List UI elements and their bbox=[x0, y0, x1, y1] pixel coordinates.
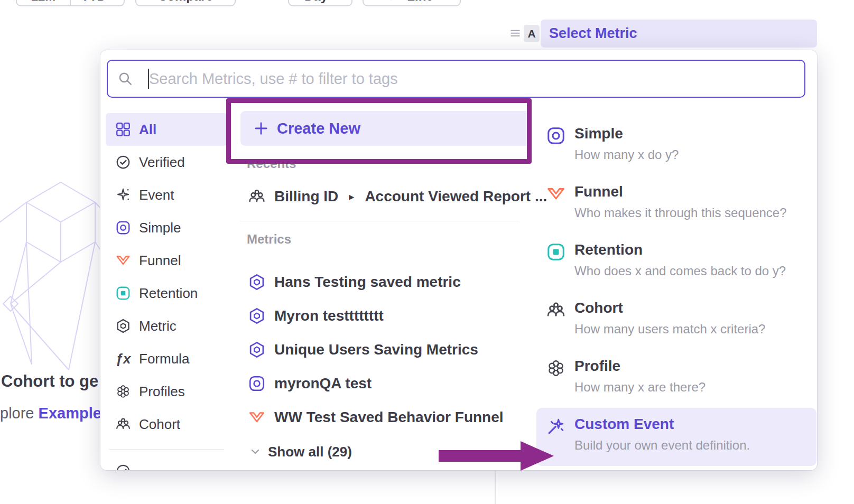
cohort-people-icon bbox=[248, 188, 266, 206]
sidebar-item-label: Metric bbox=[139, 318, 177, 334]
metric-types-column: Simple How many x do y? Funnel Who makes… bbox=[536, 117, 816, 466]
app-root: 12M YTD ▾ Compare Day ▾ Line A Select Me… bbox=[0, 0, 854, 504]
metric-row-badge: A bbox=[524, 25, 540, 42]
panel-divider bbox=[495, 470, 496, 504]
compare-button[interactable]: Compare bbox=[135, 0, 236, 6]
range-12m-button[interactable]: 12M bbox=[17, 0, 70, 5]
profiles-flower-icon bbox=[546, 358, 566, 378]
sidebar-item-all[interactable]: All bbox=[106, 113, 227, 146]
metric-type-simple[interactable]: Simple How many x do y? bbox=[536, 117, 816, 175]
sidebar-item-event[interactable]: Event bbox=[106, 179, 227, 211]
chevron-down-icon bbox=[249, 445, 262, 458]
results-column: Create New Recents Billing ID ▸ Account … bbox=[240, 111, 531, 460]
metric-type-retention[interactable]: Retention Who does x and comes back to d… bbox=[536, 234, 816, 292]
saved-metric-label: Myron testttttttt bbox=[274, 307, 384, 324]
line-chart-icon bbox=[390, 0, 403, 3]
formula-icon: ƒx bbox=[115, 351, 131, 367]
metric-type-name: Custom Event bbox=[574, 414, 750, 434]
saved-metric-item[interactable]: Hans Testing saved metric bbox=[240, 265, 531, 299]
select-metric-button[interactable]: Select Metric bbox=[541, 20, 817, 48]
simple-metric-icon bbox=[115, 220, 131, 236]
text-cursor bbox=[148, 69, 149, 89]
section-divider bbox=[240, 221, 519, 221]
show-all-button[interactable]: Show all (29) bbox=[240, 444, 531, 460]
cohort-people-icon bbox=[115, 416, 131, 432]
sidebar-item-funnel[interactable]: Funnel bbox=[106, 244, 227, 277]
sidebar-item-label: Formula bbox=[139, 351, 189, 367]
saved-metric-item[interactable]: myronQA test bbox=[240, 367, 531, 400]
range-12m-label: 12M bbox=[31, 0, 56, 4]
search-icon bbox=[117, 71, 133, 87]
drag-handle-icon[interactable] bbox=[509, 26, 522, 39]
breadcrumb-arrow-icon: ▸ bbox=[349, 190, 354, 203]
sidebar-item-label: Verified bbox=[139, 154, 185, 171]
range-ytd-button[interactable]: YTD ▾ bbox=[70, 0, 124, 5]
metrics-heading: Metrics bbox=[240, 232, 531, 248]
sidebar-item-retention[interactable]: Retention bbox=[106, 277, 227, 310]
sidebar-item-label: Funnel bbox=[139, 253, 181, 269]
sidebar-item-label: All bbox=[139, 122, 156, 138]
sidebar-item-cohort[interactable]: Cohort bbox=[106, 408, 227, 441]
sidebar-item-label: Cohort bbox=[139, 416, 180, 433]
saved-metric-item[interactable]: WW Test Saved Behavior Funnel bbox=[240, 400, 531, 434]
funnel-icon bbox=[248, 408, 266, 426]
seal-icon bbox=[115, 463, 131, 470]
create-new-label: Create New bbox=[277, 120, 360, 137]
granularity-label: Day bbox=[304, 0, 328, 4]
plus-icon bbox=[253, 120, 269, 136]
date-range-segment: 12M YTD ▾ bbox=[16, 0, 125, 6]
metric-hexagon-icon bbox=[248, 307, 266, 325]
sidebar-item-formula[interactable]: ƒx Formula bbox=[106, 342, 227, 375]
event-sparkle-icon bbox=[115, 187, 131, 203]
chart-type-button[interactable]: Line bbox=[363, 0, 461, 6]
subtitle-text-fragment: plore bbox=[0, 405, 39, 422]
metric-type-description: Who makes it through this sequence? bbox=[574, 204, 787, 222]
funnel-icon bbox=[546, 184, 566, 204]
metric-hexagon-icon bbox=[115, 318, 131, 334]
retention-icon bbox=[546, 242, 566, 262]
sidebar-item-label: Simple bbox=[139, 220, 181, 236]
recent-item-primary: Billing ID bbox=[274, 188, 338, 205]
chevron-down-icon: ▾ bbox=[332, 0, 336, 2]
metric-type-name: Retention bbox=[574, 240, 786, 260]
chart-type-label: Line bbox=[407, 0, 433, 4]
saved-metric-item[interactable]: Myron testttttttt bbox=[240, 299, 531, 333]
metric-type-cohort[interactable]: Cohort How many users match x criteria? bbox=[536, 292, 816, 350]
show-all-label: Show all (29) bbox=[268, 444, 352, 460]
granularity-button[interactable]: Day ▾ bbox=[288, 0, 352, 6]
sidebar-item-simple[interactable]: Simple bbox=[106, 211, 227, 244]
metric-type-funnel[interactable]: Funnel Who makes it through this sequenc… bbox=[536, 175, 816, 234]
saved-metrics-list: Hans Testing saved metric Myron testtttt… bbox=[240, 265, 531, 434]
sidebar-item-profiles[interactable]: Profiles bbox=[106, 375, 227, 408]
sidebar-item-metric[interactable]: Metric bbox=[106, 310, 227, 342]
sidebar-item-label: Retention bbox=[139, 285, 198, 302]
metric-type-description: Build your own event definition. bbox=[574, 436, 750, 454]
recent-metric-item[interactable]: Billing ID ▸ Account Viewed Report ... bbox=[240, 181, 531, 212]
search-bar bbox=[107, 60, 805, 98]
create-new-button[interactable]: Create New bbox=[240, 111, 531, 146]
example-link[interactable]: Example bbox=[39, 405, 101, 422]
chevron-down-icon: ▾ bbox=[109, 0, 114, 2]
sidebar-item-verified[interactable]: Verified bbox=[106, 146, 227, 179]
saved-metric-item[interactable]: Unique Users Saving Metrics bbox=[240, 333, 531, 367]
metric-type-name: Simple bbox=[574, 124, 679, 144]
category-sidebar: All Verified Event Simple Funnel Retenti… bbox=[106, 113, 227, 470]
metric-type-custom-event[interactable]: Custom Event Build your own event defini… bbox=[536, 408, 816, 466]
metric-type-name: Funnel bbox=[574, 182, 787, 202]
recents-heading: Recents bbox=[240, 156, 531, 172]
profiles-flower-icon bbox=[115, 384, 131, 399]
saved-metric-label: Hans Testing saved metric bbox=[274, 274, 461, 291]
saved-metric-label: myronQA test bbox=[274, 375, 372, 392]
metric-type-profile[interactable]: Profile How many x are there? bbox=[536, 350, 816, 408]
metric-type-name: Cohort bbox=[574, 298, 765, 318]
select-metric-label: Select Metric bbox=[549, 25, 637, 42]
sidebar-item-partial[interactable] bbox=[106, 463, 227, 470]
sidebar-divider bbox=[109, 449, 224, 450]
select-metric-modal: All Verified Event Simple Funnel Retenti… bbox=[100, 50, 817, 470]
recent-item-secondary: Account Viewed Report ... bbox=[365, 188, 547, 205]
funnel-icon bbox=[115, 253, 131, 268]
search-input[interactable] bbox=[107, 60, 805, 98]
metric-hexagon-icon bbox=[248, 341, 266, 359]
grid-icon bbox=[115, 122, 131, 137]
empty-state-title-fragment: Cohort to ge bbox=[1, 372, 98, 391]
